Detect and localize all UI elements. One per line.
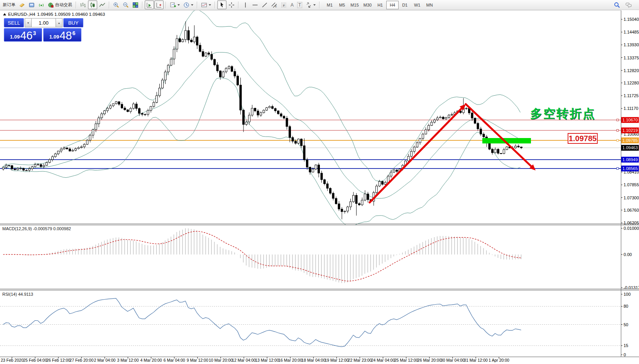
candlestick <box>237 76 239 85</box>
charts-button[interactable] <box>17 0 27 9</box>
candlestick <box>355 195 357 203</box>
timeframe-mn[interactable]: MN <box>423 1 436 9</box>
buy-button[interactable]: BUY <box>63 18 83 27</box>
cursor-button[interactable] <box>217 0 227 9</box>
line-handle[interactable] <box>617 167 619 169</box>
horizontal-lines[interactable] <box>0 120 621 169</box>
text-tool-button[interactable]: A <box>289 0 295 9</box>
candlestick <box>63 148 65 149</box>
chart-shift-icon <box>156 2 162 8</box>
candles[interactable] <box>2 21 522 219</box>
timeframe-m5[interactable]: M5 <box>336 1 348 9</box>
candlestick <box>515 146 517 148</box>
horizontal-line-button[interactable] <box>250 0 260 9</box>
line-handle[interactable] <box>617 140 619 142</box>
candlestick <box>489 143 490 150</box>
timeframe-h4[interactable]: H4 <box>386 1 399 9</box>
label-tool-button[interactable]: T <box>296 0 304 9</box>
candlestick <box>222 72 224 77</box>
crosshair-button[interactable] <box>227 0 236 9</box>
sell-button[interactable]: SELL <box>4 18 24 27</box>
zoom-in-button[interactable] <box>112 0 121 9</box>
candlestick <box>176 39 178 49</box>
search-icon[interactable] <box>614 2 620 8</box>
candlestick <box>425 130 427 134</box>
new-order-button[interactable]: 新订单 <box>1 0 17 9</box>
candlestick <box>11 165 13 169</box>
macd-axis-label: 0.010002 <box>624 226 639 231</box>
candlestick <box>251 108 253 115</box>
candlestick <box>413 147 415 151</box>
volume-up-button[interactable]: ▲ <box>56 18 63 27</box>
candlestick <box>95 124 97 130</box>
rsi-axis-label: 0 <box>624 352 626 357</box>
candlestick <box>431 122 433 125</box>
tile-windows-button[interactable] <box>131 0 140 9</box>
sell-price-box[interactable]: 1.09 46 3 <box>4 28 42 42</box>
trend-arrow[interactable] <box>466 104 533 168</box>
buy-price-box[interactable]: 1.09 48 6 <box>43 28 81 42</box>
candlestick <box>243 110 245 125</box>
candlestick <box>274 108 276 111</box>
candlestick <box>75 148 77 150</box>
candlestick <box>448 115 450 117</box>
candlestick-chart-button[interactable] <box>88 0 97 9</box>
volume-down-button[interactable]: ▼ <box>25 18 32 27</box>
chart-shift-button[interactable] <box>154 0 164 9</box>
trend-arrow[interactable] <box>370 106 463 202</box>
line-chart-button[interactable] <box>98 0 107 9</box>
separator <box>238 2 239 8</box>
macd-panel[interactable]: 0.0100020.00-0.013171 <box>3 226 639 290</box>
timeframe-m30[interactable]: M30 <box>361 1 374 9</box>
autotrading-button[interactable]: 自动交易 <box>46 0 74 9</box>
candlestick <box>422 134 424 138</box>
candlestick <box>428 125 430 130</box>
candlestick <box>312 169 314 172</box>
periods-button[interactable] <box>182 0 195 9</box>
timeframe-m1[interactable]: M1 <box>323 1 336 9</box>
candlestick <box>205 53 207 56</box>
candlestick <box>69 149 71 151</box>
candlestick <box>442 117 444 119</box>
timeframe-w1[interactable]: W1 <box>411 1 423 9</box>
chat-icon[interactable] <box>625 2 632 8</box>
vertical-line-button[interactable] <box>241 0 250 9</box>
sell-price-small: 1.09 <box>10 34 20 40</box>
candlestick <box>248 115 250 122</box>
fibonacci-icon: F <box>281 2 287 8</box>
chart-area[interactable]: 1.150401.144851.139301.133751.128201.122… <box>0 0 639 364</box>
auto-scroll-button[interactable] <box>145 0 154 9</box>
candlestick <box>185 30 187 39</box>
candlestick <box>326 184 328 189</box>
arrows-tool-button[interactable] <box>304 0 317 9</box>
line-handle[interactable] <box>617 119 619 121</box>
timeframe-d1[interactable]: D1 <box>399 1 411 9</box>
timeframe-m15[interactable]: M15 <box>348 1 361 9</box>
rsi-panel[interactable]: 1008050150 <box>0 292 631 357</box>
zoom-out-button[interactable] <box>121 0 130 9</box>
candlestick <box>500 153 502 154</box>
price-axis-label: 1.12820 <box>624 68 639 73</box>
signals-button[interactable] <box>37 0 46 9</box>
collapse-triangle-icon[interactable] <box>3 13 6 15</box>
line-handle[interactable] <box>617 130 619 131</box>
equidistant-channel-button[interactable]: E <box>270 0 279 9</box>
trendline-button[interactable] <box>260 0 269 9</box>
signal-icon <box>38 2 44 8</box>
price-axis[interactable]: 1.150401.144851.139301.133751.128201.122… <box>621 17 639 225</box>
price-axis-label: 1.11725 <box>624 93 639 98</box>
templates-button[interactable] <box>199 0 213 9</box>
candlestick <box>89 135 91 140</box>
svg-text:E: E <box>275 5 277 8</box>
timeframe-h1[interactable]: H1 <box>374 1 386 9</box>
time-axis[interactable]: 23 Feb 202025 Feb 04:0026 Feb 12:0027 Fe… <box>1 357 509 362</box>
candlestick <box>376 186 378 192</box>
turning-point-annotation[interactable]: 多空转折点 <box>530 107 596 120</box>
price-tag-annotation[interactable]: 1.09785 <box>568 133 598 144</box>
volume-field[interactable]: 1.00 <box>32 18 56 27</box>
bar-chart-button[interactable] <box>78 0 88 9</box>
text-a-icon: A <box>291 2 294 8</box>
fibonacci-button[interactable]: F <box>279 0 289 9</box>
market-watch-button[interactable] <box>27 0 36 9</box>
add-indicator-button[interactable] <box>168 0 181 9</box>
